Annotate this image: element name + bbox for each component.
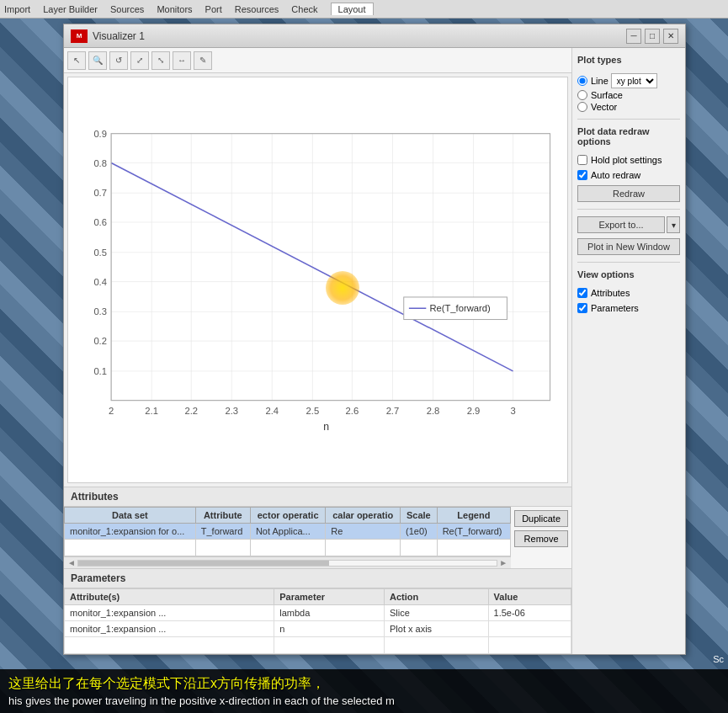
col-scalar-op: calar operatio bbox=[326, 508, 401, 524]
divider-2 bbox=[577, 209, 680, 210]
attributes-panel: Attributes Data set Attribute ector oper… bbox=[64, 487, 571, 568]
attributes-content: Data set Attribute ector operatic calar … bbox=[64, 507, 571, 568]
svg-text:n: n bbox=[323, 421, 329, 433]
title-bar-controls: ─ □ ✕ bbox=[626, 29, 678, 44]
horizontal-scrollbar[interactable]: ◄ ► bbox=[64, 556, 511, 568]
line-radio[interactable] bbox=[577, 76, 587, 86]
toolbar-arrow-btn[interactable]: ↖ bbox=[67, 51, 86, 70]
param-row-lambda[interactable]: monitor_1:expansion ... lambda Slice 1.5… bbox=[65, 605, 571, 621]
toolbar-rotate-btn[interactable]: ↺ bbox=[109, 51, 128, 70]
svg-text:2.3: 2.3 bbox=[225, 406, 238, 416]
param-cell-param-1: n bbox=[274, 621, 385, 637]
svg-text:0.6: 0.6 bbox=[93, 217, 107, 227]
redraw-button[interactable]: Redraw bbox=[577, 185, 680, 202]
vector-radio[interactable] bbox=[577, 102, 587, 112]
svg-text:0.7: 0.7 bbox=[93, 188, 107, 198]
svg-text:2.6: 2.6 bbox=[346, 406, 359, 416]
cell-dataset: monitor_1:expansion for o... bbox=[65, 524, 196, 540]
svg-text:Re(T_forward): Re(T_forward) bbox=[429, 303, 491, 313]
minimize-button[interactable]: ─ bbox=[626, 29, 641, 44]
scroll-left-arrow[interactable]: ◄ bbox=[66, 558, 77, 567]
toolbar-edit-btn[interactable]: ✎ bbox=[194, 51, 212, 70]
param-cell-action-1: Plot x axis bbox=[384, 621, 488, 637]
vector-radio-item: Vector bbox=[577, 102, 680, 112]
sc-label: Sc bbox=[713, 654, 724, 664]
attributes-header: Attributes bbox=[64, 487, 571, 507]
scroll-track[interactable] bbox=[77, 560, 497, 567]
tab-resources[interactable]: Resources bbox=[235, 4, 279, 14]
attributes-view-label: Attributes bbox=[591, 288, 630, 298]
parameters-panel: Parameters Attribute(s) Parameter Action… bbox=[64, 568, 571, 654]
param-cell-value-0: 1.5e-06 bbox=[488, 605, 571, 621]
auto-redraw-label: Auto redraw bbox=[591, 170, 640, 180]
subtitle-bar: 这里给出了在每个选定模式下沿正x方向传播的功率， his gives the p… bbox=[0, 669, 728, 713]
remove-button[interactable]: Remove bbox=[514, 530, 568, 547]
parameters-checkbox[interactable] bbox=[577, 303, 587, 313]
tab-check[interactable]: Check bbox=[291, 4, 317, 14]
param-cell-attr-1: monitor_1:expansion ... bbox=[65, 621, 274, 637]
table-row[interactable]: monitor_1:expansion for o... T_forward N… bbox=[65, 524, 511, 540]
parameters-view-label: Parameters bbox=[591, 303, 639, 313]
export-button-row: Export to... ▾ bbox=[577, 216, 680, 233]
attributes-table-scroll[interactable]: Data set Attribute ector operatic calar … bbox=[64, 507, 511, 556]
parameters-table: Attribute(s) Parameter Action Value moni… bbox=[64, 588, 571, 654]
icon-toolbar: ↖ 🔍 ↺ ⤢ ⤡ ↔ ✎ bbox=[64, 48, 571, 73]
plot-new-window-button[interactable]: Plot in New Window bbox=[577, 238, 680, 255]
export-button[interactable]: Export to... bbox=[577, 216, 665, 233]
tab-monitors[interactable]: Monitors bbox=[157, 4, 192, 14]
scroll-thumb[interactable] bbox=[78, 561, 329, 566]
view-options-label: View options bbox=[577, 269, 680, 279]
svg-text:0.4: 0.4 bbox=[93, 277, 107, 287]
param-row-n[interactable]: monitor_1:expansion ... n Plot x axis bbox=[65, 621, 571, 637]
param-cell-param-0: lambda bbox=[274, 605, 385, 621]
attributes-checkbox[interactable] bbox=[577, 288, 587, 298]
toolbar-expand2-btn[interactable]: ⤡ bbox=[151, 51, 170, 70]
surface-radio-label: Surface bbox=[591, 90, 623, 100]
auto-redraw-checkbox[interactable] bbox=[577, 170, 587, 180]
toolbar-arrows-btn[interactable]: ↔ bbox=[173, 51, 191, 70]
scroll-right-arrow[interactable]: ► bbox=[497, 558, 509, 567]
tab-port[interactable]: Port bbox=[205, 4, 222, 14]
matlab-toolbar: Import Layer Builder Sources Monitors Po… bbox=[0, 0, 728, 19]
duplicate-button[interactable]: Duplicate bbox=[514, 510, 568, 527]
tab-layer-builder[interactable]: Layer Builder bbox=[43, 4, 98, 14]
svg-text:2: 2 bbox=[109, 406, 114, 416]
right-panel: Plot types Line xy plot Surface bbox=[571, 48, 685, 654]
cell-vector-op: Not Applica... bbox=[250, 524, 325, 540]
svg-text:0.1: 0.1 bbox=[93, 366, 107, 376]
line-radio-row: Line xy plot bbox=[577, 73, 680, 88]
attributes-table: Data set Attribute ector operatic calar … bbox=[64, 507, 511, 556]
tab-import[interactable]: Import bbox=[4, 4, 30, 14]
matlab-logo: M bbox=[71, 29, 88, 43]
close-button[interactable]: ✕ bbox=[663, 29, 678, 44]
toolbar-zoom-btn[interactable]: 🔍 bbox=[88, 51, 107, 70]
line-radio-item: Line bbox=[577, 76, 608, 86]
parameters-checkbox-item: Parameters bbox=[577, 303, 680, 313]
export-arrow-button[interactable]: ▾ bbox=[667, 216, 680, 233]
plot-types-label: Plot types bbox=[577, 55, 680, 65]
parameters-table-container[interactable]: Attribute(s) Parameter Action Value moni… bbox=[64, 588, 571, 654]
svg-text:2.8: 2.8 bbox=[427, 406, 440, 416]
chart-svg: 0.9 0.8 0.7 0.6 0.5 0.4 0.3 0.2 0.1 2 2.… bbox=[68, 77, 567, 482]
svg-text:0.8: 0.8 bbox=[93, 158, 107, 168]
left-panel: ↖ 🔍 ↺ ⤢ ⤡ ↔ ✎ bbox=[64, 48, 571, 654]
svg-text:2.9: 2.9 bbox=[467, 406, 481, 416]
toolbar-expand-btn[interactable]: ⤢ bbox=[130, 51, 149, 70]
hold-plot-checkbox[interactable] bbox=[577, 155, 587, 165]
param-col-value: Value bbox=[488, 589, 571, 605]
parameters-header: Parameters bbox=[64, 569, 571, 588]
svg-text:2.2: 2.2 bbox=[184, 406, 198, 416]
col-vector-op: ector operatic bbox=[250, 508, 325, 524]
vector-radio-label: Vector bbox=[591, 102, 617, 112]
maximize-button[interactable]: □ bbox=[645, 29, 660, 44]
xy-plot-dropdown[interactable]: xy plot bbox=[611, 73, 657, 88]
attributes-table-container: Data set Attribute ector operatic calar … bbox=[64, 507, 511, 568]
svg-text:0.3: 0.3 bbox=[93, 306, 107, 317]
tab-layout[interactable]: Layout bbox=[331, 3, 374, 15]
tab-sources[interactable]: Sources bbox=[110, 4, 144, 14]
svg-text:2.4: 2.4 bbox=[265, 406, 279, 416]
surface-radio[interactable] bbox=[577, 90, 587, 100]
cell-legend: Re(T_forward) bbox=[437, 524, 511, 540]
attributes-checkbox-item: Attributes bbox=[577, 288, 680, 298]
svg-text:0.5: 0.5 bbox=[93, 247, 107, 258]
